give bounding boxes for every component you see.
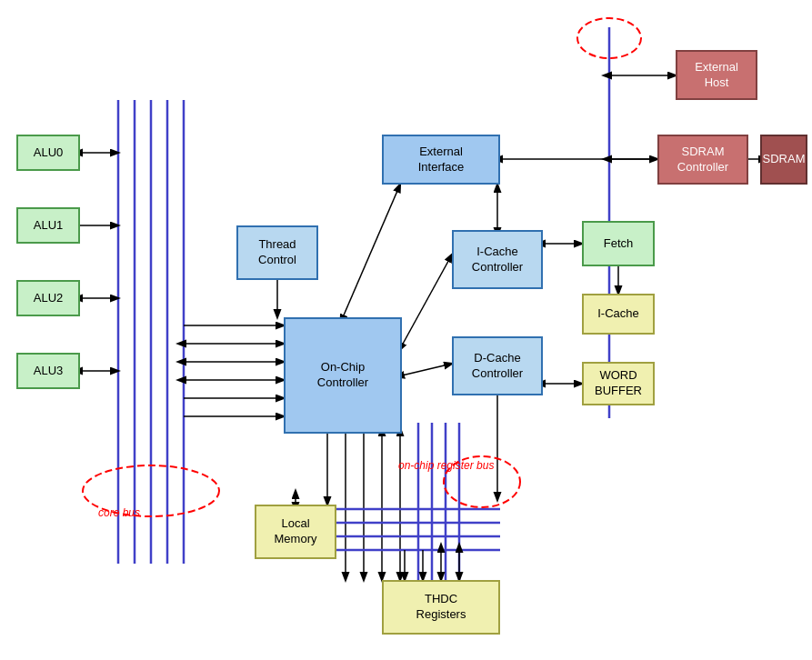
- external-interface-box: ExternalInterface: [382, 135, 500, 185]
- alu0-label: ALU0: [34, 145, 64, 161]
- alu3-label: ALU3: [34, 364, 64, 379]
- i-cache-box: I-Cache: [582, 294, 655, 335]
- sdram-controller-box: SDRAMController: [657, 135, 748, 185]
- alu1-label: ALU1: [34, 218, 64, 234]
- external-host-box: ExternalHost: [676, 50, 757, 100]
- i-cache-controller-box: I-CacheController: [452, 230, 543, 289]
- core-bus-label: core bus: [98, 506, 140, 519]
- fetch-label: Fetch: [604, 236, 634, 252]
- external-host-label: ExternalHost: [695, 60, 738, 91]
- on-chip-controller-box: On-ChipController: [284, 317, 402, 434]
- alu1-box: ALU1: [16, 207, 80, 244]
- on-chip-controller-label: On-ChipController: [317, 360, 368, 391]
- i-cache-label: I-Cache: [597, 306, 639, 322]
- alu2-box: ALU2: [16, 280, 80, 316]
- d-cache-controller-label: D-CacheController: [472, 351, 523, 382]
- on-chip-register-bus-label: on-chip register bus: [398, 459, 494, 472]
- local-memory-box: LocalMemory: [255, 505, 336, 559]
- svg-point-49: [577, 18, 641, 58]
- d-cache-controller-box: D-CacheController: [452, 336, 543, 395]
- architecture-diagram: ALU0 ALU1 ALU2 ALU3 ThreadControl On-Chi…: [0, 0, 812, 660]
- sdram-box: SDRAM: [760, 135, 807, 185]
- i-cache-controller-label: I-CacheController: [472, 245, 523, 275]
- thdc-registers-box: THDCRegisters: [382, 580, 500, 635]
- svg-line-22: [402, 255, 452, 345]
- alu0-box: ALU0: [16, 135, 80, 171]
- word-buffer-label: WORDBUFFER: [595, 368, 642, 399]
- external-interface-label: ExternalInterface: [418, 145, 465, 175]
- svg-line-23: [402, 364, 452, 375]
- thdc-registers-label: THDCRegisters: [416, 592, 466, 623]
- sdram-label: SDRAM: [763, 152, 806, 167]
- alu2-label: ALU2: [34, 291, 64, 306]
- svg-line-21: [343, 185, 400, 317]
- thread-control-label: ThreadControl: [258, 237, 296, 268]
- thread-control-box: ThreadControl: [236, 225, 318, 280]
- word-buffer-box: WORDBUFFER: [582, 362, 655, 405]
- alu3-box: ALU3: [16, 353, 80, 389]
- sdram-controller-label: SDRAMController: [677, 145, 728, 175]
- fetch-box: Fetch: [582, 221, 655, 266]
- local-memory-label: LocalMemory: [275, 516, 317, 547]
